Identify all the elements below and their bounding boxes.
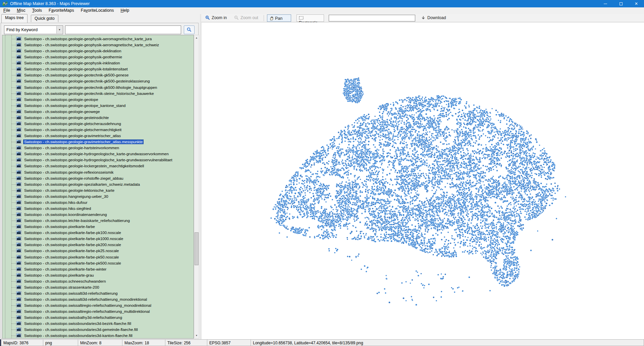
map-thumbnail-icon — [16, 158, 21, 162]
tree-item[interactable]: Swisstopo - ch.swisstopo.geologie-hydrog… — [2, 151, 194, 157]
tree-item[interactable]: Swisstopo - ch.swisstopo.hangneigung-ueb… — [2, 193, 194, 199]
tree-item[interactable]: Swisstopo - ch.swisstopo.strassenkarte-2… — [2, 284, 194, 290]
tree-item[interactable]: Swisstopo - ch.swisstopo.swissalti3d-rel… — [2, 290, 194, 296]
tree-item[interactable]: Swisstopo - ch.swisstopo.geologie-geophy… — [2, 48, 194, 54]
tree-item[interactable]: Swisstopo - ch.swisstopo.swissaltiregio-… — [2, 302, 194, 308]
search-input[interactable] — [65, 25, 181, 34]
menu-tools[interactable]: Tools — [29, 7, 45, 14]
tree-item-label: Swisstopo - ch.swisstopo.swissaltiregio-… — [23, 303, 152, 308]
menu-file[interactable]: File — [0, 7, 13, 14]
menu-favoritelocations[interactable]: FavoriteLocations — [77, 7, 117, 14]
tree-item[interactable]: Swisstopo - ch.swisstopo.geologie-geotop… — [2, 103, 194, 109]
map-thumbnail-icon — [16, 61, 21, 65]
minimize-button[interactable] — [598, 0, 613, 7]
map-canvas[interactable] — [202, 22, 644, 340]
tree-connector — [11, 63, 16, 63]
menu-help[interactable]: Help — [117, 7, 132, 14]
tree-item[interactable]: Swisstopo - ch.swisstopo.pixelkarte-farb… — [2, 248, 194, 254]
tree-item-label: Swisstopo - ch.swisstopo.koordinatenaend… — [23, 212, 108, 217]
maximize-button[interactable] — [613, 0, 629, 7]
rectangle-button[interactable]: Rectangle — [297, 14, 324, 22]
tree-item[interactable]: Swisstopo - ch.swisstopo.swissbathy3d-re… — [2, 314, 194, 321]
tree-item[interactable]: Swisstopo - ch.swisstopo.pixelkarte-grau — [2, 272, 194, 278]
tree-item[interactable]: Swisstopo - ch.swisstopo.geologie-geophy… — [2, 66, 194, 72]
tree-connector — [11, 203, 16, 203]
menu-favoritemaps[interactable]: FavoriteMaps — [45, 7, 77, 14]
menu-misc[interactable]: Misc — [13, 7, 29, 14]
tree-item-label: Swisstopo - ch.swisstopo.geologie-geotec… — [23, 85, 158, 90]
map-thumbnail-icon — [16, 327, 21, 332]
tree-item[interactable]: Swisstopo - ch.swisstopo.pixelkarte-farb… — [2, 266, 194, 272]
tree-item[interactable]: Swisstopo - ch.swisstopo.swissboundaries… — [2, 327, 194, 333]
tree-item[interactable]: Swisstopo - ch.swisstopo.schneeschuhwand… — [2, 278, 194, 284]
tree-item[interactable]: Swisstopo - ch.swisstopo.swissalti3d-rel… — [2, 296, 194, 302]
tree-item[interactable]: Swisstopo - ch.swisstopo.geologie-geotec… — [2, 91, 194, 97]
map-thumbnail-icon — [16, 55, 21, 59]
tree-connector — [11, 263, 16, 264]
tree-item[interactable]: Swisstopo - ch.swisstopo.geologie-geophy… — [2, 36, 194, 42]
map-thumbnail-icon — [16, 97, 21, 102]
tree-item-label: Swisstopo - ch.swisstopo.geologie-rohsto… — [23, 176, 124, 181]
tab-quick-goto[interactable]: Quick goto — [31, 15, 58, 22]
map-thumbnail-icon — [16, 133, 21, 138]
tree-item-selected[interactable]: Swisstopo - ch.swisstopo.geologie-gravim… — [2, 139, 194, 145]
tree-item[interactable]: Swisstopo - ch.swisstopo.geologie-geotec… — [2, 72, 194, 78]
tree-item[interactable]: Swisstopo - ch.swisstopo.hiks-dufour — [2, 199, 194, 206]
tree-item[interactable]: Swisstopo - ch.swisstopo.pixelkarte-farb… — [2, 236, 194, 242]
tree-item[interactable]: Swisstopo - ch.swisstopo.geologie-gletsc… — [2, 121, 194, 127]
tree-item[interactable]: Swisstopo - ch.swisstopo.pixelkarte-farb… — [2, 260, 194, 266]
tree-item[interactable]: Swisstopo - ch.swisstopo.swissboundaries… — [2, 321, 194, 327]
tree-item[interactable]: Swisstopo - ch.swisstopo.geologie-geotop… — [2, 97, 194, 103]
tree-item[interactable]: Swisstopo - ch.swisstopo.geologie-hydrog… — [2, 157, 194, 163]
tab-maps-tree[interactable]: Maps tree — [1, 14, 28, 23]
tree-item[interactable]: Swisstopo - ch.swisstopo.pixelkarte-farb… — [2, 230, 194, 236]
tree-item[interactable]: Swisstopo - ch.swisstopo.pixelkarte-farb… — [2, 242, 194, 248]
tree-item-label: Swisstopo - ch.swisstopo.hiks-siegfried — [23, 206, 92, 211]
tree-item[interactable]: Swisstopo - ch.swisstopo.geologie-geoweg… — [2, 109, 194, 115]
tree-item[interactable]: Swisstopo - ch.swisstopo.pixelkarte-farb… — [2, 254, 194, 260]
maps-panel: Maps tree Quick goto Find by Keyword ▼ S… — [0, 14, 200, 339]
tree-item[interactable]: Swisstopo - ch.swisstopo.geologie-gravim… — [2, 133, 194, 139]
tree-item[interactable]: Swisstopo - ch.swisstopo.swissboundaries… — [2, 333, 194, 339]
close-button[interactable]: ✕ — [629, 0, 644, 7]
map-preview-panel[interactable] — [201, 22, 644, 339]
zoom-in-button[interactable]: Zoom in — [205, 14, 227, 22]
tree-item[interactable]: Swisstopo - ch.swisstopo.pixelkarte-farb… — [2, 224, 194, 230]
tree-item[interactable]: Swisstopo - ch.swisstopo.koordinatenaend… — [2, 212, 194, 218]
tree-item[interactable]: Swisstopo - ch.swisstopo.swissaltiregio-… — [2, 308, 194, 314]
tree-item[interactable]: Swisstopo - ch.swisstopo.geologie-rohsto… — [2, 175, 194, 181]
tree-connector — [11, 45, 16, 45]
find-mode-combobox[interactable]: Find by Keyword ▼ — [4, 25, 63, 34]
zoom-out-button: Zoom out — [234, 14, 258, 22]
maps-tree-list[interactable]: Swisstopo - ch.swisstopo.geologie-geophy… — [2, 35, 194, 339]
tree-item[interactable]: Swisstopo - ch.swisstopo.geologie-gletsc… — [2, 127, 194, 133]
tree-item[interactable]: Swisstopo - ch.swisstopo.geologie-geotec… — [2, 78, 194, 84]
tree-item-label: Swisstopo - ch.swisstopo.swissboundaries… — [23, 321, 132, 326]
tree-item[interactable]: Swisstopo - ch.swisstopo.geologie-locker… — [2, 163, 194, 169]
tree-item[interactable]: Swisstopo - ch.swisstopo.geologie-gestei… — [2, 115, 194, 121]
pan-map-button[interactable]: Pan map — [267, 14, 291, 22]
chevron-down-icon[interactable]: ▼ — [56, 26, 62, 34]
tree-item[interactable]: Swisstopo - ch.swisstopo.geologie-geophy… — [2, 60, 194, 66]
scrollbar-thumb[interactable] — [195, 232, 199, 265]
tree-item-label: Swisstopo - ch.swisstopo.pixelkarte-farb… — [23, 230, 122, 235]
tree-item[interactable]: Swisstopo - ch.swisstopo.hiks-siegfried — [2, 206, 194, 212]
tree-item[interactable]: Swisstopo - ch.swisstopo.geologie-geotec… — [2, 84, 194, 91]
map-thumbnail-icon — [16, 49, 21, 53]
tree-scrollbar[interactable]: ▲ ▼ — [194, 35, 199, 339]
download-name-input[interactable] — [329, 15, 415, 21]
scroll-up-icon[interactable]: ▲ — [194, 35, 199, 41]
tree-item[interactable]: Swisstopo - ch.swisstopo.leichte-basiska… — [2, 218, 194, 224]
download-button[interactable]: Download — [421, 14, 446, 22]
scroll-down-icon[interactable]: ▼ — [194, 333, 199, 338]
tree-connector — [11, 51, 16, 51]
tree-item[interactable]: Swisstopo - ch.swisstopo.geologie-reflex… — [2, 169, 194, 175]
search-button[interactable] — [184, 25, 195, 34]
tree-item[interactable]: Swisstopo - ch.swisstopo.geologie-hartst… — [2, 145, 194, 151]
tree-connector — [11, 221, 16, 221]
tree-connector — [11, 57, 16, 57]
tree-item[interactable]: Swisstopo - ch.swisstopo.geologie-tekton… — [2, 187, 194, 193]
tree-item[interactable]: Swisstopo - ch.swisstopo.geologie-geophy… — [2, 54, 194, 60]
tree-item[interactable]: Swisstopo - ch.swisstopo.geologie-spezia… — [2, 181, 194, 187]
tree-item[interactable]: Swisstopo - ch.swisstopo.geologie-geophy… — [2, 42, 194, 48]
